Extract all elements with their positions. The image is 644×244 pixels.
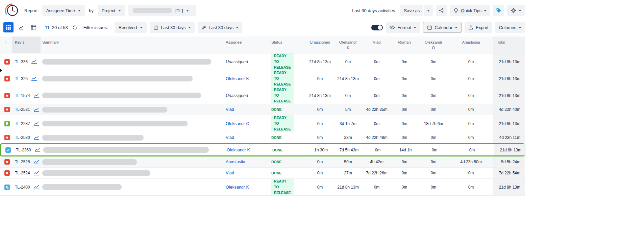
issue-row-TL-336[interactable]: TL-336UnassignedREADY TO RELEASE21d 8h 1… <box>0 53 525 70</box>
export-button[interactable]: Export <box>465 22 492 33</box>
issue-row-TL-2369[interactable]: TL-2369Oleksandr KDONE1h 30m7d 5h 43m0m1… <box>0 143 525 156</box>
worklog-period-button[interactable]: Last 30 days <box>198 22 243 33</box>
column-header-type[interactable]: T <box>0 36 12 53</box>
issue-chart-icon[interactable] <box>33 121 40 126</box>
column-header-status[interactable]: Status <box>269 36 306 53</box>
issue-chart-icon[interactable] <box>34 148 41 152</box>
issue-row-TL-2531[interactable]: TL-2531VladDONE0m5m4d 22h 35m0m0m0m4d 22… <box>0 104 525 115</box>
gear-icon <box>511 8 516 13</box>
issue-row-TL-2530[interactable]: TL-2530VladDONE0m23m4d 22h 48m0m0m0m4d 2… <box>0 132 525 143</box>
share-icon <box>439 8 444 13</box>
issue-type-task-icon <box>5 147 11 153</box>
assignee-link[interactable]: Vlad <box>226 107 234 112</box>
assignee-link[interactable]: Oleksandr K <box>226 76 249 81</box>
calendar-button[interactable]: Calendar <box>423 22 462 33</box>
time-cell: 0m <box>363 70 391 87</box>
issue-type-story-icon <box>4 121 10 126</box>
time-cell: 0m <box>363 179 391 195</box>
issue-key[interactable]: TL-2531 <box>15 107 30 112</box>
issue-key[interactable]: TL-2528 <box>15 160 30 164</box>
total-cell: 4d 23h 11m <box>493 132 525 143</box>
column-header-summary[interactable]: Summary <box>41 36 223 53</box>
issue-row-TL-2287[interactable]: TL-2287Oleksandr OREADY TO RELEASE0m3d 1… <box>0 115 525 132</box>
issue-row-TL-2524[interactable]: TL-2524VladDONE0m27m7d 22h 26m0m0m0m7d 2… <box>0 168 525 179</box>
save-as-button[interactable]: Save as <box>400 5 423 16</box>
settings-button[interactable] <box>507 5 525 16</box>
column-header-unassigned[interactable]: Unassigned <box>306 36 333 53</box>
time-cell: 3d 1h 7m <box>333 115 363 132</box>
issue-key[interactable]: TL-1574 <box>15 93 30 98</box>
issue-key[interactable]: TL-2400 <box>15 185 30 190</box>
issue-period-button[interactable]: Last 30 days <box>150 22 195 33</box>
line-chart-icon <box>18 25 24 30</box>
resolution-filter-value: Resolved <box>119 25 137 30</box>
tag-button[interactable] <box>493 5 504 16</box>
issue-chart-icon[interactable] <box>33 185 40 189</box>
time-cell: 50m <box>333 156 363 167</box>
resolution-filter-select[interactable]: Resolved <box>115 22 147 33</box>
display-toggle[interactable] <box>371 25 383 30</box>
issue-key[interactable]: TL-336 <box>15 59 28 64</box>
project-select[interactable]: [TL] <box>128 5 196 16</box>
issue-key[interactable]: TL-325 <box>15 76 28 81</box>
total-cell: 7d 22h 54m <box>493 168 525 178</box>
issue-chart-icon[interactable] <box>31 59 37 64</box>
issue-key[interactable]: TL-2287 <box>15 121 30 126</box>
time-cell: 0m <box>306 156 333 167</box>
column-header-u2[interactable]: Vlad <box>363 36 391 53</box>
column-header-u5[interactable]: Anastasiia <box>449 36 493 53</box>
issue-chart-icon[interactable] <box>33 107 40 112</box>
summary-redacted <box>42 76 193 81</box>
export-label: Export <box>476 25 489 30</box>
tag-icon <box>496 8 501 13</box>
issue-row-TL-325[interactable]: TL-325Oleksandr KREADY TO RELEASE0m21d 8… <box>0 70 525 87</box>
time-cell: 0m <box>333 87 363 104</box>
save-as-dropdown-button[interactable] <box>424 5 433 16</box>
assignee-unassigned: Unassigned <box>226 93 248 98</box>
assignee-link[interactable]: Oleksandr K <box>226 185 249 190</box>
share-button[interactable] <box>436 5 447 16</box>
assignee-link[interactable]: Vlad <box>226 135 234 140</box>
column-header-u3[interactable]: Roman <box>391 36 418 53</box>
assignee-link[interactable]: Vlad <box>226 171 234 175</box>
pivot-view-button[interactable] <box>28 22 39 32</box>
refresh-button[interactable] <box>71 23 79 31</box>
assignee-link[interactable]: Anastasiia <box>226 160 245 164</box>
column-header-u1[interactable]: Oleksandr K <box>333 36 363 53</box>
groupby-select[interactable]: Project <box>98 5 125 16</box>
issue-chart-icon[interactable] <box>33 160 40 164</box>
calendar-label: Calendar <box>435 25 452 30</box>
issue-chart-icon[interactable] <box>33 171 40 175</box>
time-cell: 0m <box>306 168 333 178</box>
issue-row-TL-2528[interactable]: TL-2528AnastasiiaDONE0m50m4h 42m0m0m4d 2… <box>0 156 525 168</box>
report-type-select[interactable]: Assignee Time <box>42 5 85 16</box>
format-button[interactable]: Format <box>386 22 420 33</box>
issue-chart-icon[interactable] <box>33 93 40 98</box>
status-lozenge: DONE <box>271 107 281 112</box>
column-header-total[interactable]: Total <box>493 36 525 53</box>
chevron-down-icon <box>414 27 416 28</box>
issue-chart-icon[interactable] <box>33 136 40 140</box>
issue-type-subtask-icon <box>4 185 10 190</box>
quick-tips-button[interactable]: Quick Tips <box>450 5 490 16</box>
issue-key[interactable]: TL-2530 <box>15 135 30 140</box>
issue-type-bug-icon <box>4 59 10 65</box>
chart-view-button[interactable] <box>16 22 26 32</box>
columns-button[interactable]: Columns <box>495 22 525 33</box>
column-header-assignee[interactable]: Assignee <box>223 36 269 53</box>
assignee-link[interactable]: Oleksandr O <box>226 121 249 126</box>
issue-row-TL-2400[interactable]: TL-2400Oleksandr KREADY TO RELEASE0m21d … <box>0 179 525 196</box>
chevron-down-icon <box>427 10 430 11</box>
column-header-u4[interactable]: Oleksandr O <box>418 36 449 53</box>
summary-redacted <box>43 147 209 153</box>
table-view-button[interactable] <box>3 22 14 32</box>
issue-type-bug-icon <box>4 135 10 140</box>
column-header-key[interactable]: Key↓ <box>12 36 41 53</box>
issue-chart-icon[interactable] <box>31 76 37 81</box>
issue-type-bug-icon <box>4 159 10 165</box>
issue-key[interactable]: TL-2524 <box>15 171 30 175</box>
issue-row-TL-1574[interactable]: TL-1574UnassignedREADY TO RELEASE21d 8h … <box>0 87 525 104</box>
assignee-link[interactable]: Oleksandr K <box>227 148 250 152</box>
calendar-icon <box>427 25 432 30</box>
issue-key[interactable]: TL-2369 <box>16 148 31 152</box>
